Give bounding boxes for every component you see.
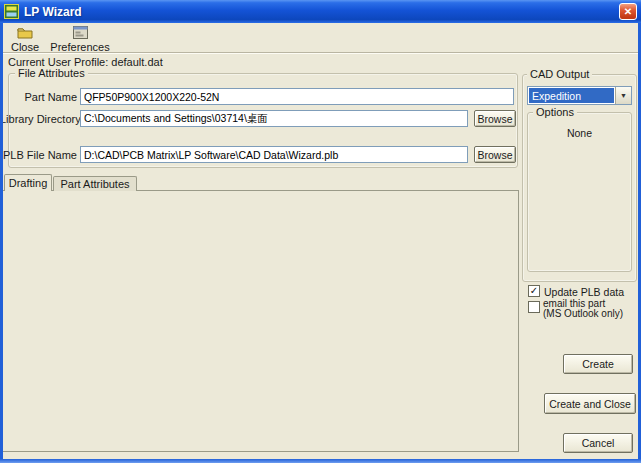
cad-output-selected-value: Expedition [528,87,615,104]
preferences-icon [73,26,88,41]
part-name-label: Part Name [2,91,77,103]
options-none-text: None [527,127,632,139]
tab-drafting[interactable]: Drafting [4,174,52,191]
drafting-tab-panel [2,190,519,452]
plb-file-name-input[interactable] [80,146,468,163]
file-attributes-legend: File Attributes [15,67,88,79]
cad-output-legend: CAD Output [527,68,592,80]
chevron-down-icon: ▼ [620,92,627,99]
app-icon [4,4,19,19]
library-directory-label: Library Directory [0,113,77,125]
update-plb-checkbox[interactable]: ✓ [528,285,540,297]
cad-output-combobox[interactable]: Expedition ▼ [527,86,632,105]
toolbar-separator [0,52,641,54]
library-directory-browse-button[interactable]: Browse [474,110,516,127]
titlebar[interactable]: LP Wizard ✕ [0,0,641,23]
create-button[interactable]: Create [563,354,633,374]
window-title: LP Wizard [24,5,82,19]
window-close-button[interactable]: ✕ [619,3,637,20]
email-part-checkbox[interactable] [528,301,540,313]
part-name-input[interactable] [80,88,514,105]
toolbar-preferences-button[interactable]: Preferences [47,25,113,51]
cancel-button[interactable]: Cancel [563,433,633,453]
cad-output-dropdown-button[interactable]: ▼ [615,87,631,104]
window-frame-left [0,23,3,463]
options-legend: Options [533,106,577,118]
email-part-label-line2: (MS Outlook only) [543,309,623,319]
update-plb-label: Update PLB data [544,286,624,298]
check-icon: ✓ [530,285,538,296]
close-icon: ✕ [624,6,632,17]
window-frame-bottom [0,459,641,463]
toolbar-close-button[interactable]: Close [4,25,46,51]
library-directory-input[interactable] [80,110,468,127]
tab-part-attributes[interactable]: Part Attributes [53,176,137,191]
plb-file-name-label: PLB File Name [2,149,77,161]
plb-file-name-browse-button[interactable]: Browse [474,146,516,163]
create-and-close-button[interactable]: Create and Close [544,393,636,414]
lp-wizard-window: LP Wizard ✕ Close Preferences Current Us… [0,0,641,463]
close-tool-icon [17,26,33,41]
